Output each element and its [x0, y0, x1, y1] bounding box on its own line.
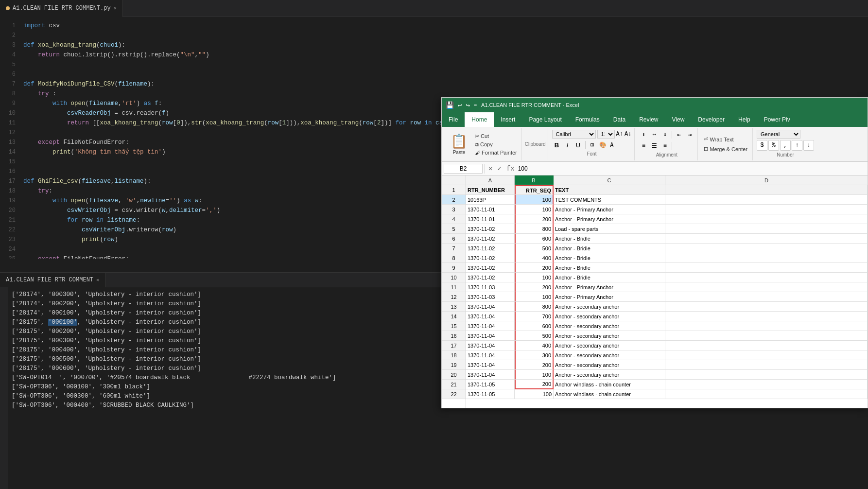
cell-b4[interactable]: 200: [515, 214, 554, 224]
indent-inc-button[interactable]: ⇥: [685, 130, 694, 140]
editor-tab[interactable]: A1.CLEAN FILE RTR COMMENT.py ✕: [0, 0, 123, 17]
cell-c10[interactable]: Anchor - Bridle: [554, 273, 665, 282]
cell-a16[interactable]: 1370-11-04: [466, 331, 515, 341]
cell-a12[interactable]: 1370-11-03: [466, 292, 515, 302]
cell-c15[interactable]: Anchor - secondary anchor: [554, 321, 665, 331]
currency-button[interactable]: $: [757, 140, 767, 151]
cell-b22[interactable]: 100: [515, 389, 554, 399]
col-header-b[interactable]: B: [515, 175, 554, 185]
cell-d22[interactable]: [665, 389, 868, 399]
fill-color-button[interactable]: 🎨: [598, 140, 608, 150]
cell-a7[interactable]: 1370-11-02: [466, 244, 515, 253]
header-a[interactable]: RTR_NUMBER: [466, 185, 515, 195]
tab-close-icon[interactable]: ✕: [114, 5, 117, 11]
cell-d9[interactable]: [665, 263, 868, 273]
cut-button[interactable]: ✂ Cut: [473, 133, 519, 140]
cell-b14[interactable]: 700: [515, 312, 554, 321]
terminal-tab[interactable]: A1.CLEAN FILE RTR COMMENT ✕: [0, 273, 105, 287]
cell-d2[interactable]: [665, 195, 868, 205]
number-format-select[interactable]: General: [757, 130, 800, 139]
paste-button[interactable]: 📋 Paste: [447, 131, 471, 157]
tab-file[interactable]: File: [442, 112, 465, 127]
cell-c18[interactable]: Anchor - secondary anchor: [554, 350, 665, 360]
header-c[interactable]: TEXT: [554, 185, 665, 195]
cell-d15[interactable]: [665, 321, 868, 331]
cell-c12[interactable]: Anchor - Primary Anchor: [554, 292, 665, 302]
align-top-button[interactable]: ⬆: [639, 130, 648, 140]
cell-b3[interactable]: 100: [515, 205, 554, 214]
name-box[interactable]: [444, 164, 483, 174]
cell-a14[interactable]: 1370-11-04: [466, 312, 515, 321]
cell-d8[interactable]: [665, 253, 868, 263]
cell-b15[interactable]: 600: [515, 321, 554, 331]
cell-d10[interactable]: [665, 273, 868, 282]
cell-d19[interactable]: [665, 360, 868, 370]
cell-a15[interactable]: 1370-11-04: [466, 321, 515, 331]
confirm-formula-icon[interactable]: ✓: [496, 164, 503, 173]
tab-formulas[interactable]: Formulas: [569, 112, 607, 127]
header-b[interactable]: RTR_SEQ: [515, 185, 554, 195]
align-right-button[interactable]: ≡: [660, 141, 670, 151]
font-color-button[interactable]: A̲: [609, 140, 619, 150]
cell-b13[interactable]: 800: [515, 302, 554, 312]
excel-undo-icon[interactable]: ↩: [458, 101, 462, 109]
cell-a18[interactable]: 1370-11-04: [466, 350, 515, 360]
wrap-text-button[interactable]: ⏎ Wrap Text: [702, 135, 749, 143]
cell-b16[interactable]: 500: [515, 331, 554, 341]
cell-a8[interactable]: 1370-11-02: [466, 253, 515, 263]
cell-d12[interactable]: [665, 292, 868, 302]
cell-d16[interactable]: [665, 331, 868, 341]
cell-a13[interactable]: 1370-11-04: [466, 302, 515, 312]
cell-d3[interactable]: [665, 205, 868, 214]
percent-button[interactable]: %: [768, 140, 779, 151]
tab-developer[interactable]: Developer: [691, 112, 731, 127]
col-header-a[interactable]: A: [466, 175, 515, 185]
cell-a17[interactable]: 1370-11-04: [466, 341, 515, 350]
cell-c13[interactable]: Anchor - secondary anchor: [554, 302, 665, 312]
excel-dots[interactable]: ⋯: [474, 102, 477, 109]
cancel-formula-icon[interactable]: ✕: [487, 164, 494, 173]
cell-c8[interactable]: Anchor - Bridle: [554, 253, 665, 263]
cell-d13[interactable]: [665, 302, 868, 312]
font-name-select[interactable]: Calibri: [552, 130, 596, 139]
cell-d17[interactable]: [665, 341, 868, 350]
cell-b12[interactable]: 100: [515, 292, 554, 302]
cell-a20[interactable]: 1370-11-04: [466, 370, 515, 380]
cell-c11[interactable]: Anchor - Primary Anchor: [554, 282, 665, 292]
cell-d18[interactable]: [665, 350, 868, 360]
cell-d21[interactable]: [665, 380, 868, 389]
cell-d4[interactable]: [665, 214, 868, 224]
cell-b5[interactable]: 800: [515, 224, 554, 234]
cell-d11[interactable]: [665, 282, 868, 292]
format-painter-button[interactable]: 🖌 Format Painter: [473, 149, 519, 156]
excel-save-icon[interactable]: 💾: [446, 101, 454, 109]
dec-inc-button[interactable]: ↑: [792, 140, 802, 151]
font-grow-icon[interactable]: A↑: [616, 131, 623, 138]
underline-button[interactable]: U: [573, 140, 583, 150]
font-shrink-icon[interactable]: A↓: [625, 131, 631, 138]
cell-b2[interactable]: 100: [515, 195, 554, 205]
italic-button[interactable]: I: [563, 140, 573, 150]
cell-a11[interactable]: 1370-11-03: [466, 282, 515, 292]
header-d[interactable]: [665, 185, 868, 195]
cell-c7[interactable]: Anchor - Bridle: [554, 244, 665, 253]
cell-d20[interactable]: [665, 370, 868, 380]
cell-b20[interactable]: 100: [515, 370, 554, 380]
cell-c3[interactable]: Anchor - Primary Anchor: [554, 205, 665, 214]
col-header-c[interactable]: C: [554, 175, 665, 185]
excel-redo-icon[interactable]: ↪: [466, 101, 469, 109]
merge-center-button[interactable]: ⊟ Merge & Center: [702, 145, 749, 153]
tab-help[interactable]: Help: [731, 112, 757, 127]
cell-a3[interactable]: 1370-11-01: [466, 205, 515, 214]
cell-b10[interactable]: 100: [515, 273, 554, 282]
tab-view[interactable]: View: [665, 112, 692, 127]
tab-data[interactable]: Data: [607, 112, 632, 127]
cell-a19[interactable]: 1370-11-04: [466, 360, 515, 370]
cell-b21[interactable]: 200: [515, 380, 554, 389]
cell-c17[interactable]: Anchor - secondary anchor: [554, 341, 665, 350]
cell-d14[interactable]: [665, 312, 868, 321]
cell-a9[interactable]: 1370-11-02: [466, 263, 515, 273]
cell-b11[interactable]: 200: [515, 282, 554, 292]
cell-a21[interactable]: 1370-11-05: [466, 380, 515, 389]
cell-c20[interactable]: Anchor - secondary anchor: [554, 370, 665, 380]
